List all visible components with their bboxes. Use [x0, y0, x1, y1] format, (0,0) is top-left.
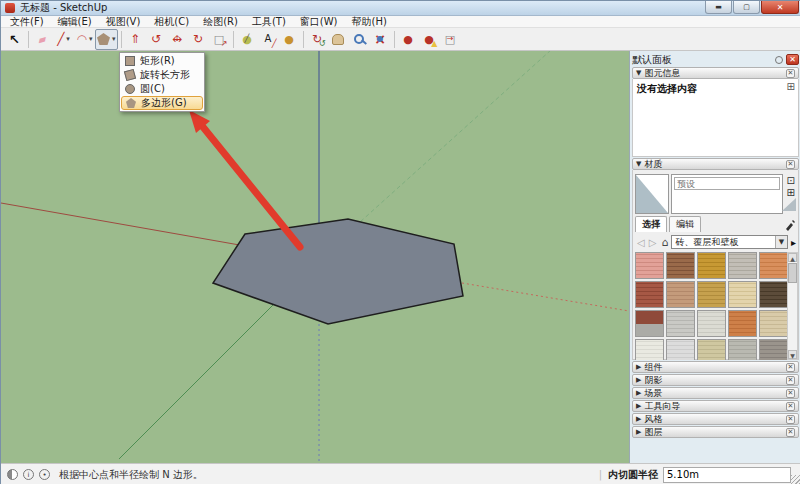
- tape-measure-tool-icon[interactable]: ●╱: [237, 29, 258, 50]
- material-swatch[interactable]: [728, 310, 757, 337]
- material-swatch[interactable]: [728, 252, 757, 279]
- move-tool-icon[interactable]: ↔↕: [167, 29, 188, 50]
- drawn-polygon[interactable]: [213, 219, 463, 324]
- close-button[interactable]: ✕: [761, 1, 799, 14]
- panel-close-icon[interactable]: ✕: [786, 389, 795, 398]
- details-arrow-icon[interactable]: ▸: [791, 237, 796, 248]
- minimize-button[interactable]: ▬: [705, 1, 732, 14]
- menu-item[interactable]: 窗口(W): [293, 16, 345, 28]
- send-to-layout-tool-icon[interactable]: □→: [440, 29, 461, 50]
- zoom-tool-icon[interactable]: [349, 29, 370, 50]
- eraser-tool-icon[interactable]: ▰: [32, 29, 53, 50]
- material-name-input[interactable]: [674, 177, 780, 190]
- annotation-arrow: [203, 127, 300, 247]
- rotate-tool-icon[interactable]: ↻: [188, 29, 209, 50]
- collapsed-panel-header[interactable]: ▶工具向导✕: [632, 400, 799, 412]
- scroll-down-icon[interactable]: ▼: [788, 350, 797, 359]
- materials-header[interactable]: ▼ 材质 ✕: [632, 158, 799, 170]
- menu-item-poly[interactable]: 多边形(G): [121, 96, 203, 110]
- material-swatch[interactable]: [697, 339, 726, 360]
- geolocation-status-icon[interactable]: [7, 469, 18, 480]
- title-bar: 无标题 - SketchUp ▬ ▢ ✕: [1, 1, 800, 16]
- materials-nav: ◁ ▷ ⌂ 砖、覆层和壁板 ▼ ▸: [635, 234, 796, 250]
- panel-close-icon[interactable]: ✕: [786, 376, 795, 385]
- panel-close-icon[interactable]: ✕: [786, 415, 795, 424]
- tab-select[interactable]: 选择: [635, 216, 667, 232]
- material-swatch[interactable]: [635, 252, 664, 279]
- material-swatch[interactable]: [666, 252, 695, 279]
- share-model-tool-icon[interactable]: ●▲: [419, 29, 440, 50]
- material-swatch[interactable]: [759, 310, 788, 337]
- arc-tool-icon[interactable]: ◠▾: [74, 29, 95, 50]
- material-swatch[interactable]: [666, 310, 695, 337]
- menu-item-rect[interactable]: 矩形(R): [121, 54, 203, 68]
- orbit-tool-icon[interactable]: ↻↺: [307, 29, 328, 50]
- entity-details-icon[interactable]: ⊞: [787, 81, 795, 92]
- tab-edit[interactable]: 编辑: [669, 216, 701, 232]
- set-default-material-icon[interactable]: ⊞: [787, 188, 795, 198]
- material-swatch[interactable]: [759, 339, 788, 360]
- pan-tool-icon[interactable]: [328, 29, 349, 50]
- forward-icon[interactable]: ▷: [649, 237, 657, 248]
- maximize-button[interactable]: ▢: [733, 1, 760, 14]
- panel-close-icon[interactable]: ✕: [786, 363, 795, 372]
- material-swatch[interactable]: [635, 339, 664, 360]
- material-swatch[interactable]: [728, 339, 757, 360]
- chevron-down-icon[interactable]: ▼: [775, 236, 787, 248]
- panel-close-icon[interactable]: ✕: [786, 402, 795, 411]
- drawing-canvas[interactable]: [1, 51, 629, 463]
- entity-info-header[interactable]: ▼ 图元信息 ✕: [632, 67, 799, 79]
- collapsed-panel-header[interactable]: ▶组件✕: [632, 361, 799, 373]
- back-icon[interactable]: ◁: [637, 237, 645, 248]
- material-swatch[interactable]: [728, 281, 757, 308]
- entity-info-close-icon[interactable]: ✕: [786, 69, 795, 78]
- material-swatch[interactable]: [697, 310, 726, 337]
- material-swatch[interactable]: [759, 281, 788, 308]
- material-swatch[interactable]: [635, 310, 664, 337]
- material-swatch[interactable]: [697, 252, 726, 279]
- material-swatch[interactable]: [666, 281, 695, 308]
- scroll-up-icon[interactable]: ▲: [788, 253, 797, 262]
- menu-item[interactable]: 工具(T): [245, 16, 293, 28]
- pin-icon[interactable]: [775, 56, 783, 64]
- collapsed-panel-header[interactable]: ▶阴影✕: [632, 374, 799, 386]
- menu-item[interactable]: 编辑(E): [51, 16, 99, 28]
- sample-paint-icon[interactable]: [784, 219, 796, 231]
- collapsed-panel-header[interactable]: ▶图层✕: [632, 426, 799, 438]
- material-swatch[interactable]: [759, 252, 788, 279]
- tray-close-button[interactable]: ✕: [786, 54, 799, 65]
- collapsed-panel-header[interactable]: ▶风格✕: [632, 413, 799, 425]
- text-tool-icon[interactable]: A╱: [258, 29, 279, 50]
- measurement-input[interactable]: [663, 467, 791, 483]
- scale-tool-icon[interactable]: □↗: [209, 29, 230, 50]
- get-models-tool-icon[interactable]: ●: [398, 29, 419, 50]
- material-swatch[interactable]: [666, 339, 695, 360]
- menu-item[interactable]: 绘图(R): [196, 16, 245, 28]
- polygon-tool-icon[interactable]: ▾: [95, 29, 118, 50]
- follow-me-tool-icon[interactable]: ↺: [146, 29, 167, 50]
- push-pull-tool-icon[interactable]: ⇑: [125, 29, 146, 50]
- panel-close-icon[interactable]: ✕: [786, 428, 795, 437]
- menu-item[interactable]: 文件(F): [3, 16, 51, 28]
- line-tool-icon[interactable]: ╱▾: [53, 29, 74, 50]
- menu-item[interactable]: 相机(C): [147, 16, 196, 28]
- credits-status-icon[interactable]: i: [23, 469, 34, 480]
- collapsed-panel-header[interactable]: ▶场景✕: [632, 387, 799, 399]
- menu-item[interactable]: 帮助(H): [345, 16, 394, 28]
- resize-grip[interactable]: [791, 475, 800, 484]
- zoom-extents-tool-icon[interactable]: ×●: [370, 29, 391, 50]
- material-swatch[interactable]: [697, 281, 726, 308]
- materials-scrollbar[interactable]: ▲ ▼: [787, 252, 798, 360]
- menu-item-rrect[interactable]: 旋转长方形: [121, 68, 203, 82]
- home-icon[interactable]: ⌂: [661, 236, 668, 249]
- scrollbar-thumb[interactable]: [788, 263, 797, 283]
- menu-item-circle[interactable]: 圆(C): [121, 82, 203, 96]
- materials-close-icon[interactable]: ✕: [786, 160, 795, 169]
- material-swatch[interactable]: [635, 281, 664, 308]
- material-category-dropdown[interactable]: 砖、覆层和壁板 ▼: [671, 235, 788, 249]
- select-tool-icon[interactable]: ↖: [4, 29, 25, 50]
- paint-bucket-tool-icon[interactable]: ●: [279, 29, 300, 50]
- account-status-icon[interactable]: [39, 469, 50, 480]
- create-material-icon[interactable]: ⊡: [787, 176, 795, 186]
- menu-item[interactable]: 视图(V): [99, 16, 148, 28]
